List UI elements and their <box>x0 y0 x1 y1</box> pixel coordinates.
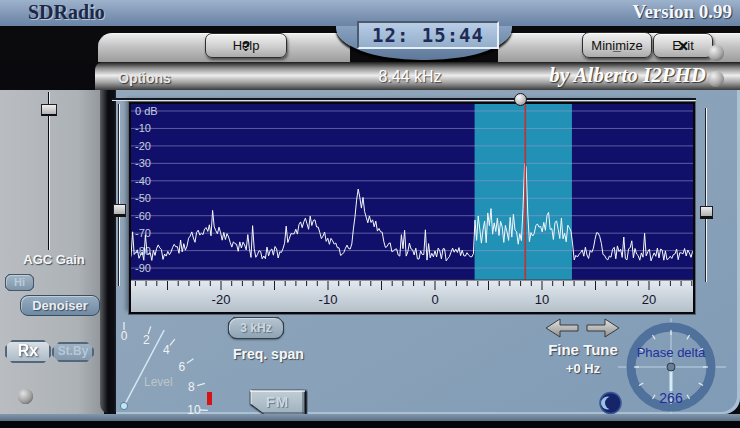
arrow-right-icon <box>587 319 619 337</box>
phase-delta-value: 266 <box>659 390 683 406</box>
clock-display: 12: 15:44 <box>357 21 499 49</box>
sdradio-window: SDRadio Version 0.99 12: 15:44 ? Help _ … <box>0 0 740 428</box>
y-axis-label: -50 <box>135 192 151 204</box>
tuning-slider-thumb[interactable] <box>514 93 527 106</box>
level-scale-label: 0 <box>121 329 128 343</box>
phase-delta-label: Phase delta <box>637 345 706 360</box>
level-label: Level <box>144 375 173 389</box>
bottom-border <box>0 421 740 428</box>
x-axis-label: 10 <box>535 292 549 307</box>
exit-button[interactable]: ✕ Exit <box>653 33 713 58</box>
fine-tune-up-button[interactable] <box>585 318 621 338</box>
x-axis-label: 0 <box>431 292 438 307</box>
y-axis-label: -40 <box>135 175 151 187</box>
exit-label: Exit <box>672 38 694 53</box>
y-axis-label: -10 <box>135 122 151 134</box>
phase-delta-dial: Phase delta 266 <box>618 318 726 422</box>
arrow-left-icon <box>546 319 578 337</box>
tuning-slider[interactable] <box>112 93 696 106</box>
version-label: Version 0.99 <box>632 1 732 23</box>
y-axis-label: -30 <box>135 157 151 169</box>
rivet-icon <box>708 45 724 61</box>
agc-hi-button[interactable]: Hi <box>5 274 34 291</box>
spectrum-right-slider[interactable] <box>700 108 713 282</box>
level-needle-pivot <box>120 402 127 409</box>
options-menu[interactable]: Options <box>118 70 171 86</box>
y-axis-label: -20 <box>135 140 151 152</box>
span-button-3khz[interactable]: 3 kHz <box>228 317 284 339</box>
y-axis-label: -60 <box>135 210 151 222</box>
freq-span-caption: Freq. span <box>230 347 560 361</box>
level-scale-label: 2 <box>143 333 150 347</box>
level-scale-label: 8 <box>188 380 195 394</box>
spectrum-left-slider[interactable] <box>113 104 126 286</box>
minimize-label: Minimize <box>591 38 642 53</box>
y-axis-label: -90 <box>135 262 151 274</box>
freq-span-label: Freq. span <box>233 346 304 362</box>
y-axis-label: -70 <box>135 227 151 239</box>
spectrum-display[interactable]: 0 dB-10-20-30-40-50-60-70-80-90-20-10010… <box>129 102 695 314</box>
level-meter: 0246810 Level <box>104 322 236 428</box>
rivet-icon <box>708 71 724 87</box>
slider-track <box>118 104 120 286</box>
x-axis-label: -10 <box>319 292 338 307</box>
y-axis-label: 0 dB <box>135 105 158 117</box>
slider-thumb[interactable] <box>700 206 713 219</box>
status-led <box>18 389 33 404</box>
rx-button[interactable]: Rx <box>5 340 51 363</box>
help-button[interactable]: ? Help <box>205 33 287 58</box>
slider-track <box>705 108 707 282</box>
slider-thumb[interactable] <box>113 204 126 217</box>
spectrum-canvas[interactable]: 0 dB-10-20-30-40-50-60-70-80-90-20-10010… <box>131 104 693 312</box>
standby-button[interactable]: St.By <box>52 342 94 362</box>
fine-tune-down-button[interactable] <box>544 318 580 338</box>
level-peak-bar <box>207 392 212 405</box>
level-meter-scale: 0246810 <box>121 329 201 417</box>
app-title: SDRadio <box>28 1 105 24</box>
menubar: Options 8.44 kHz by Alberto I2PHD <box>95 62 740 90</box>
tuning-slider-track[interactable] <box>112 98 696 101</box>
agc-gain-label: AGC Gain <box>4 252 104 267</box>
x-axis-label: -20 <box>212 292 231 307</box>
menubar-filler <box>0 62 95 90</box>
level-scale-label: 4 <box>163 343 170 357</box>
level-scale-label: 6 <box>179 360 186 374</box>
level-meter-ticks <box>124 322 208 410</box>
credit-label: by Alberto I2PHD <box>549 63 706 88</box>
dial-hub <box>667 363 675 371</box>
x-axis-label: 20 <box>642 292 656 307</box>
agc-gain-slider[interactable] <box>38 90 60 252</box>
frequency-readout: 8.44 kHz <box>340 68 480 86</box>
slider-thumb[interactable] <box>41 104 57 116</box>
denoiser-button[interactable]: Denoiser <box>20 295 100 316</box>
help-label: Help <box>233 38 260 53</box>
minimize-button[interactable]: _ Minimize <box>582 32 652 58</box>
